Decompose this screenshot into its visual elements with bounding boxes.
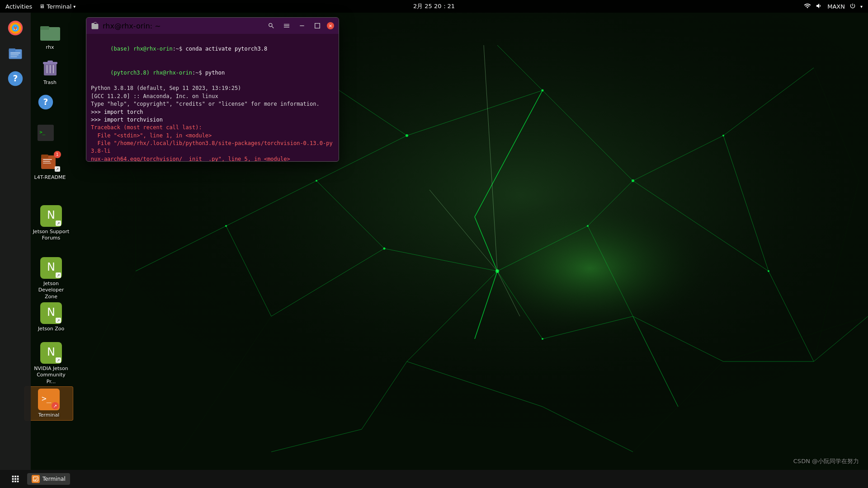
svg-point-43	[768, 270, 769, 272]
svg-rect-67	[10, 55, 19, 56]
topbar-left: Activities 🖥 Terminal ▾	[5, 3, 75, 10]
svg-text:?: ?	[13, 74, 18, 83]
terminal-menu-button[interactable]	[281, 20, 292, 32]
desktop-icon-jetson-zoo[interactable]: N ↗ Jetson Zoo	[31, 300, 71, 334]
svg-point-45	[225, 225, 227, 227]
terminal-indicator[interactable]: 🖥 Terminal ▾	[39, 3, 75, 10]
svg-rect-66	[10, 52, 20, 53]
desktop-terminal-small[interactable]: >_	[34, 121, 57, 145]
desktop-icon-jetson-dev[interactable]: N ↗ JetsonDeveloper Zone	[31, 255, 71, 302]
terminal-close-button[interactable]: ✕	[327, 22, 334, 29]
svg-point-40	[383, 248, 386, 250]
titlebar-buttons: ✕	[265, 20, 334, 32]
terminal-task-icon	[32, 475, 40, 483]
svg-rect-85	[43, 159, 52, 160]
terminal-title: rhx@rhx-orin: ~	[103, 22, 161, 30]
desktop-icon-rhx[interactable]: rhx	[31, 19, 69, 52]
terminal-maximize-button[interactable]	[311, 20, 323, 32]
svg-point-36	[406, 134, 408, 137]
svg-rect-87	[43, 163, 51, 164]
svg-point-37	[542, 89, 544, 92]
desktop-icon-l4t-readme[interactable]: 1 ↗ L4T-README	[31, 149, 69, 183]
svg-rect-75	[47, 61, 53, 63]
svg-text:🦊: 🦊	[13, 26, 18, 30]
terminal-minimize-button[interactable]	[296, 20, 308, 32]
show-apps-button[interactable]	[7, 471, 24, 487]
svg-point-44	[316, 180, 317, 182]
volume-icon[interactable]	[816, 2, 823, 11]
desktop-help-icon[interactable]: ?	[34, 90, 57, 114]
terminal-content[interactable]: (base) rhx@rhx-orin:~$ conda activate py…	[86, 34, 339, 161]
svg-text:↗: ↗	[53, 404, 57, 408]
terminal-titlebar: rhx@rhx-orin: ~	[86, 18, 339, 34]
activities-label[interactable]: Activities	[5, 3, 32, 10]
topbar: Activities 🖥 Terminal ▾ 2月 25 20：21 MAXN	[0, 0, 868, 13]
topbar-right: MAXN ▾	[804, 2, 863, 11]
svg-point-42	[722, 135, 724, 136]
wifi-icon[interactable]	[804, 2, 811, 11]
topbar-datetime[interactable]: 2月 25 20：21	[413, 2, 455, 10]
svg-rect-86	[43, 161, 50, 162]
user-label[interactable]: MAXN	[827, 3, 845, 10]
svg-rect-65	[9, 48, 15, 52]
svg-rect-84	[41, 155, 48, 158]
terminal-taskbar-item[interactable]: Terminal	[27, 473, 70, 485]
svg-point-41	[587, 225, 589, 227]
desktop-icon-trash[interactable]: Trash	[31, 54, 69, 88]
svg-text:N: N	[47, 261, 55, 273]
dock: 🦊 ?	[0, 13, 31, 470]
svg-point-46	[542, 338, 543, 340]
desktop-icon-jetson-community[interactable]: N ↗ NVIDIA JetsonCommunity Pr...	[31, 340, 71, 387]
power-icon[interactable]	[849, 3, 856, 10]
dock-item-help[interactable]: ?	[4, 67, 27, 90]
svg-text:N: N	[47, 306, 55, 319]
topbar-dropdown-arrow[interactable]: ▾	[860, 4, 863, 9]
terminal-search-button[interactable]	[265, 20, 277, 32]
dock-item-firefox[interactable]: 🦊	[4, 16, 27, 40]
svg-text:?: ?	[43, 97, 48, 107]
dock-item-files[interactable]	[4, 42, 27, 65]
svg-text:N: N	[47, 346, 55, 358]
terminal-task-label: Terminal	[42, 476, 66, 482]
desktop-icon-jetson-support[interactable]: N ↗ Jetson SupportForums	[31, 203, 71, 244]
svg-point-38	[632, 179, 634, 182]
watermark: CSDN @小阮同学在努力	[793, 457, 859, 465]
terminal-window: rhx@rhx-orin: ~	[86, 17, 339, 162]
desktop-icon-terminal[interactable]: >_ ↗ Terminal	[24, 386, 73, 421]
svg-rect-72	[40, 26, 49, 30]
svg-text:>_: >_	[39, 129, 46, 135]
svg-text:>_: >_	[42, 394, 52, 403]
taskbar: Terminal	[0, 470, 868, 488]
svg-rect-68	[10, 56, 17, 57]
svg-text:N: N	[47, 209, 55, 221]
